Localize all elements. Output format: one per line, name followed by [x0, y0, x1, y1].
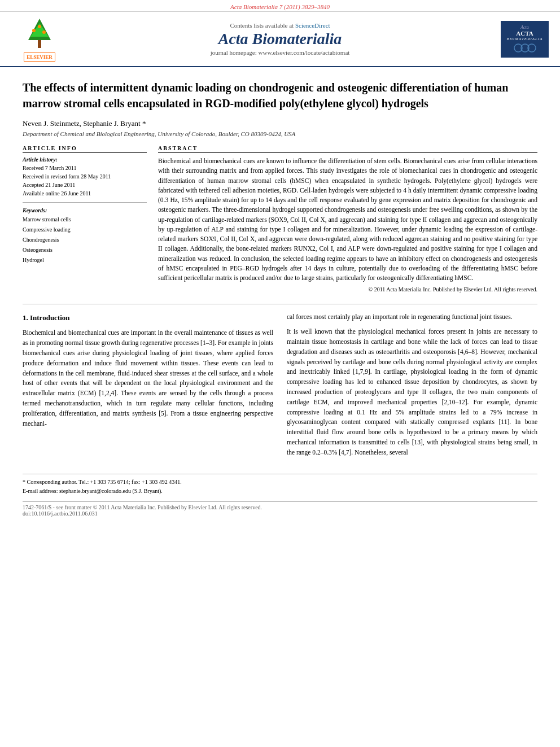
citation-bar: Acta Biomaterialia 7 (2011) 3829–3840 [0, 0, 560, 12]
intro-section-title: 1. Introduction [23, 312, 273, 324]
intro-left-col: 1. Introduction Biochemical and biomecha… [23, 312, 273, 462]
affiliation: Department of Chemical and Biological En… [23, 130, 537, 137]
introduction-section: 1. Introduction Biochemical and biomecha… [23, 312, 537, 462]
intro-right-col: cal forces most certainly play an import… [287, 312, 537, 462]
keyword-5: Hydrogel [23, 255, 147, 265]
footnote-area: * Corresponding author. Tel.: +1 303 735… [23, 474, 537, 496]
acta-logo-graphic [514, 43, 536, 53]
copyright-line: © 2011 Acta Materialia Inc. Published by… [158, 286, 537, 292]
elsevier-tree-icon [23, 16, 56, 50]
intro-right-para-1: cal forces most certainly play an import… [287, 312, 537, 322]
svg-point-3 [32, 29, 36, 32]
authors: Neven J. Steinmetz, Stephanie J. Bryant … [23, 119, 537, 128]
elsevier-logo-area: ELSEVIER [11, 16, 68, 62]
sciencedirect-link[interactable]: ScienceDirect [295, 22, 330, 29]
citation-text: Acta Biomaterialia 7 (2011) 3829–3840 [230, 3, 330, 10]
journal-header: ELSEVIER Contents lists available at Sci… [0, 12, 560, 67]
abstract-heading: ABSTRACT [158, 145, 537, 153]
journal-homepage: journal homepage: www.elsevier.com/locat… [68, 49, 492, 56]
main-content: The effects of intermittent dynamic load… [0, 67, 560, 526]
footnote-star: * Corresponding author. Tel.: +1 303 735… [23, 478, 537, 487]
received-date: Received 7 March 2011 [23, 164, 147, 172]
acta-logo-area: Acta ACTA BIOMATERIALIA [492, 21, 549, 58]
contents-available: Contents lists available at ScienceDirec… [68, 22, 492, 29]
issn-line: 1742-7061/$ - see front matter © 2011 Ac… [23, 504, 537, 510]
info-abstract-section: ARTICLE INFO Article history: Received 7… [23, 145, 537, 292]
article-info-col: ARTICLE INFO Article history: Received 7… [23, 145, 147, 292]
keyword-2: Compressive loading [23, 225, 147, 235]
bottom-bar: 1742-7061/$ - see front matter © 2011 Ac… [23, 501, 537, 517]
acta-logo-box: Acta ACTA BIOMATERIALIA [501, 21, 549, 58]
article-title: The effects of intermittent dynamic load… [23, 80, 537, 111]
journal-title-area: Contents lists available at ScienceDirec… [68, 22, 492, 56]
keywords-list: Marrow stromal cells Compressive loading… [23, 215, 147, 265]
accepted-date: Accepted 21 June 2011 [23, 181, 147, 189]
doi-line: doi:10.1016/j.actbio.2011.06.031 [23, 510, 537, 517]
section-divider [23, 304, 537, 304]
svg-rect-0 [38, 40, 41, 48]
intro-para-1: Biochemical and biomechanical cues are i… [23, 328, 273, 429]
keywords-label: Keywords: [23, 207, 147, 213]
svg-point-5 [38, 25, 41, 28]
svg-point-4 [42, 30, 46, 34]
keyword-4: Osteogenesis [23, 245, 147, 255]
footnote-email: E-mail address: stephanie.bryant@colorad… [23, 487, 537, 496]
abstract-col: ABSTRACT Biochemical and biomechanical c… [158, 145, 537, 292]
keyword-3: Chondrogenesis [23, 235, 147, 245]
keyword-1: Marrow stromal cells [23, 215, 147, 225]
elsevier-wordmark: ELSEVIER [24, 53, 55, 62]
abstract-text: Biochemical and biomechanical cues are k… [158, 156, 537, 283]
revised-date: Received in revised form 28 May 2011 [23, 172, 147, 181]
available-date: Available online 26 June 2011 [23, 189, 147, 198]
intro-right-para-2: It is well known that the physiological … [287, 327, 537, 458]
article-info-heading: ARTICLE INFO [23, 145, 147, 153]
journal-name: Acta Biomaterialia [68, 30, 492, 48]
history-label: Article history: [23, 156, 147, 163]
